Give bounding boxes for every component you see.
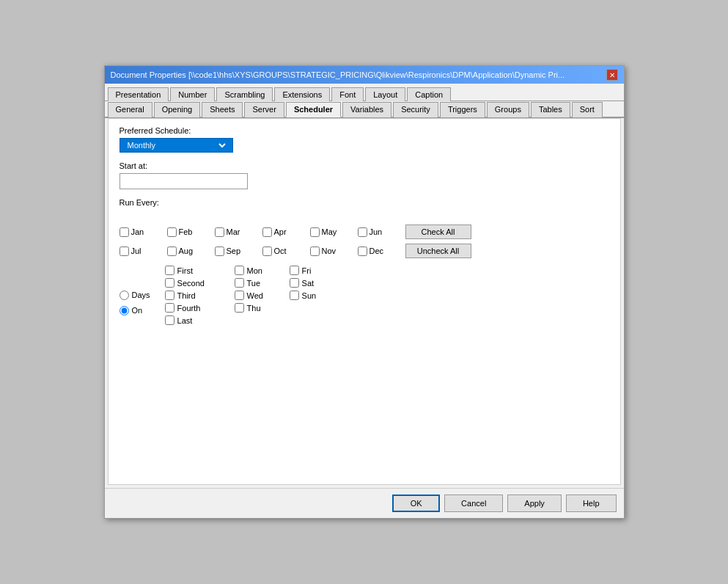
tab-sort[interactable]: Sort bbox=[572, 102, 603, 117]
start-at-label: Start at: bbox=[120, 161, 609, 170]
tab-general[interactable]: General bbox=[108, 102, 152, 117]
month-mar-label: Mar bbox=[227, 227, 240, 236]
month-apr-label: Apr bbox=[274, 227, 287, 236]
checkbox-wed[interactable] bbox=[235, 291, 244, 300]
dialog-footer: OK Cancel Apply Help bbox=[105, 488, 624, 518]
month-dec: Dec bbox=[358, 247, 398, 256]
cancel-button[interactable]: Cancel bbox=[444, 494, 503, 512]
tab-number[interactable]: Number bbox=[170, 87, 215, 101]
checkbox-apr[interactable] bbox=[262, 227, 272, 237]
month-sep-label: Sep bbox=[227, 247, 241, 255]
checkbox-fourth[interactable] bbox=[165, 303, 174, 313]
help-button[interactable]: Help bbox=[566, 494, 617, 512]
months-section: Jan Feb Mar Apr May bbox=[120, 225, 609, 258]
tab-opening[interactable]: Opening bbox=[154, 102, 201, 117]
month-jan: Jan bbox=[120, 227, 160, 237]
tab-extensions[interactable]: Extensions bbox=[274, 87, 330, 101]
tab-scheduler[interactable]: Scheduler bbox=[286, 102, 341, 117]
tab-triggers[interactable]: Triggers bbox=[440, 102, 485, 117]
tab-variables[interactable]: Variables bbox=[342, 102, 391, 117]
checkbox-oct[interactable] bbox=[262, 247, 272, 256]
day-mon-label: Mon bbox=[247, 266, 262, 275]
check-all-button[interactable]: Check All bbox=[405, 225, 471, 239]
title-bar: Document Properties [\\code1\hhs\XYS\GRO… bbox=[105, 66, 624, 84]
tab-groups[interactable]: Groups bbox=[487, 102, 529, 117]
scheduler-content: Preferred Schedule: Monthly Weekly Daily… bbox=[108, 118, 621, 485]
document-properties-dialog: Document Properties [\\code1\hhs\XYS\GRO… bbox=[104, 65, 625, 519]
radio-column: Days On bbox=[120, 266, 150, 325]
checkbox-sep[interactable] bbox=[215, 247, 224, 256]
checkbox-nov[interactable] bbox=[310, 247, 320, 256]
month-feb: Feb bbox=[167, 227, 207, 237]
uncheck-all-button[interactable]: Uncheck All bbox=[405, 244, 471, 258]
ok-button[interactable]: OK bbox=[392, 494, 440, 512]
checkbox-may[interactable] bbox=[310, 227, 320, 237]
tab-presentation[interactable]: Presentation bbox=[108, 87, 169, 101]
checkbox-sat[interactable] bbox=[290, 278, 299, 288]
checkbox-mon[interactable] bbox=[235, 266, 244, 275]
tab-caption[interactable]: Caption bbox=[407, 87, 451, 101]
day-thu-label: Thu bbox=[247, 304, 261, 313]
tab-row-bottom: General Opening Sheets Server Scheduler … bbox=[105, 101, 624, 118]
tab-security[interactable]: Security bbox=[393, 102, 438, 117]
schedule-select[interactable]: Monthly Weekly Daily Once Never bbox=[125, 140, 228, 150]
tab-sheets[interactable]: Sheets bbox=[202, 102, 243, 117]
checkbox-thu[interactable] bbox=[235, 303, 244, 313]
radio-days-label: Days bbox=[132, 291, 150, 299]
month-nov: Nov bbox=[310, 247, 350, 256]
weeks-section: Days On First Second T bbox=[120, 266, 609, 325]
checkbox-aug[interactable] bbox=[167, 247, 177, 256]
day-tue-label: Tue bbox=[247, 279, 261, 288]
day-column-2: Fri Sat Sun bbox=[290, 266, 330, 325]
radio-on: On bbox=[120, 306, 150, 315]
month-oct-label: Oct bbox=[274, 247, 287, 255]
day-wed: Wed bbox=[235, 291, 275, 300]
checkbox-last[interactable] bbox=[165, 315, 174, 325]
radio-on-input[interactable] bbox=[120, 306, 129, 315]
day-thu: Thu bbox=[235, 303, 275, 313]
radio-on-label: On bbox=[132, 306, 143, 315]
month-may-label: May bbox=[322, 227, 337, 236]
months-row-1: Jan Feb Mar Apr May bbox=[120, 225, 609, 239]
week-position-column: First Second Third Fourth Last bbox=[165, 266, 220, 325]
month-jun: Jun bbox=[358, 227, 398, 237]
month-sep: Sep bbox=[215, 247, 255, 256]
checkbox-third[interactable] bbox=[165, 291, 174, 300]
checkbox-mar[interactable] bbox=[215, 227, 224, 237]
tab-scrambling[interactable]: Scrambling bbox=[216, 87, 273, 101]
checkbox-feb[interactable] bbox=[167, 227, 177, 237]
month-mar: Mar bbox=[215, 227, 255, 237]
month-jul: Jul bbox=[120, 247, 160, 256]
week-fourth-label: Fourth bbox=[177, 304, 201, 313]
start-at-input[interactable] bbox=[120, 173, 248, 189]
day-fri-label: Fri bbox=[302, 266, 312, 275]
tab-tables[interactable]: Tables bbox=[531, 102, 570, 117]
schedule-dropdown[interactable]: Monthly Weekly Daily Once Never bbox=[120, 138, 233, 153]
checkbox-tue[interactable] bbox=[235, 278, 244, 288]
tab-layout[interactable]: Layout bbox=[365, 87, 405, 101]
tab-server[interactable]: Server bbox=[244, 102, 284, 117]
preferred-schedule-label: Preferred Schedule: bbox=[120, 126, 609, 135]
week-third: Third bbox=[165, 291, 220, 300]
month-oct: Oct bbox=[262, 247, 303, 256]
month-jul-label: Jul bbox=[131, 247, 141, 255]
schedule-dropdown-row: Monthly Weekly Daily Once Never bbox=[120, 138, 609, 153]
week-third-label: Third bbox=[177, 291, 196, 300]
week-first-label: First bbox=[177, 266, 193, 275]
week-last: Last bbox=[165, 315, 220, 325]
checkbox-sun[interactable] bbox=[290, 291, 299, 300]
checkbox-jan[interactable] bbox=[120, 227, 129, 237]
day-sun-label: Sun bbox=[302, 291, 317, 300]
radio-days-input[interactable] bbox=[120, 291, 129, 300]
checkbox-dec[interactable] bbox=[358, 247, 367, 256]
apply-button[interactable]: Apply bbox=[507, 494, 562, 512]
tab-font[interactable]: Font bbox=[331, 87, 364, 101]
close-button[interactable]: ✕ bbox=[606, 69, 618, 81]
checkbox-jun[interactable] bbox=[358, 227, 367, 237]
day-sat: Sat bbox=[290, 278, 330, 288]
checkbox-second[interactable] bbox=[165, 278, 174, 288]
checkbox-fri[interactable] bbox=[290, 266, 299, 275]
run-every-label: Run Every: bbox=[120, 198, 609, 207]
checkbox-jul[interactable] bbox=[120, 247, 129, 256]
checkbox-first[interactable] bbox=[165, 266, 174, 275]
